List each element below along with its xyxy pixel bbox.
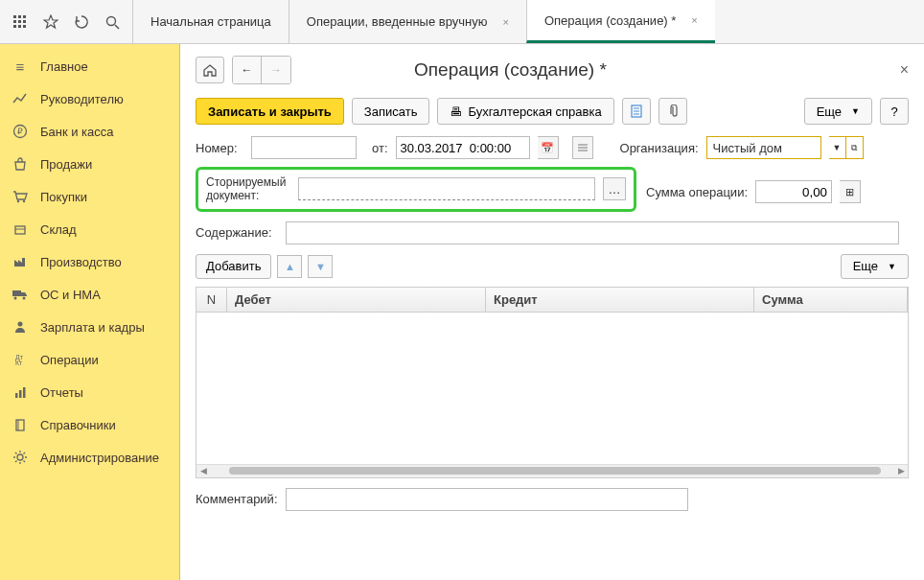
org-open-icon[interactable]: ⧉ xyxy=(846,136,864,159)
sidebar-item-label: Справочники xyxy=(40,418,116,432)
cart-icon xyxy=(12,188,29,205)
date-input[interactable] xyxy=(396,136,530,159)
sidebar-item-salary[interactable]: Зарплата и кадры xyxy=(0,311,179,343)
sum-input[interactable] xyxy=(755,180,832,203)
svg-rect-3 xyxy=(13,20,16,23)
horizontal-scrollbar[interactable]: ◀ ▶ xyxy=(196,464,908,477)
list-icon[interactable] xyxy=(572,136,593,159)
svg-rect-5 xyxy=(23,20,26,23)
sidebar-item-main[interactable]: ≡Главное xyxy=(0,50,179,82)
print-reference-button[interactable]: 🖶Бухгалтерская справка xyxy=(437,98,613,125)
sidebar-item-operations[interactable]: ДтКтОперации xyxy=(0,343,179,376)
sidebar-item-reports[interactable]: Отчеты xyxy=(0,376,179,408)
sidebar-item-label: Покупки xyxy=(40,190,87,204)
move-down-button[interactable]: ▼ xyxy=(308,255,333,278)
tab-close-icon[interactable]: × xyxy=(503,16,509,28)
org-input[interactable]: Чистый дом xyxy=(706,136,821,159)
close-icon[interactable]: × xyxy=(900,61,909,79)
svg-rect-25 xyxy=(23,387,26,398)
sidebar-item-production[interactable]: Производство xyxy=(0,245,179,278)
document-icon-button[interactable] xyxy=(622,98,651,125)
star-icon[interactable] xyxy=(36,8,65,36)
svg-line-36 xyxy=(24,452,26,454)
sidebar-item-label: Отчеты xyxy=(40,385,83,400)
svg-line-33 xyxy=(15,452,17,454)
report-icon xyxy=(12,383,29,401)
topbar-icon-group xyxy=(0,0,132,43)
sidebar-item-bank[interactable]: ₽Банк и касса xyxy=(0,115,179,148)
comment-label: Комментарий: xyxy=(196,492,278,506)
home-button[interactable] xyxy=(196,57,224,83)
svg-rect-0 xyxy=(13,15,16,18)
col-sum[interactable]: Сумма xyxy=(754,288,908,312)
calendar-icon[interactable]: 📅 xyxy=(538,136,559,159)
grid-more-button[interactable]: Еще▼ xyxy=(841,254,909,279)
col-debit[interactable]: Дебет xyxy=(227,288,486,312)
ops-icon: ДтКт xyxy=(12,351,29,368)
comment-input[interactable] xyxy=(286,488,688,511)
svg-rect-7 xyxy=(18,25,21,28)
scroll-thumb[interactable] xyxy=(229,467,881,475)
col-credit[interactable]: Кредит xyxy=(486,288,754,312)
sum-label: Сумма операции: xyxy=(646,185,748,199)
save-button[interactable]: Записать xyxy=(352,98,430,125)
sidebar-item-assets[interactable]: ОС и НМА xyxy=(0,278,179,311)
storno-label: Сторнируемый документ: xyxy=(206,175,290,203)
number-input[interactable] xyxy=(251,136,357,159)
content-input[interactable] xyxy=(286,221,899,244)
content-area: ← → Операция (создание) * × Записать и з… xyxy=(180,44,924,580)
more-button[interactable]: Еще▼ xyxy=(804,98,872,125)
forward-button[interactable]: → xyxy=(262,57,290,83)
storno-pick-button[interactable]: … xyxy=(603,177,626,200)
apps-icon[interactable] xyxy=(6,8,35,36)
from-label: от: xyxy=(372,141,388,155)
col-n[interactable]: N xyxy=(196,288,227,312)
truck-icon xyxy=(12,286,29,303)
top-tab-bar: Начальная страница Операции, введенные в… xyxy=(0,0,924,44)
sidebar-item-sales[interactable]: Продажи xyxy=(0,148,179,180)
entries-grid: N Дебет Кредит Сумма ◀ ▶ xyxy=(196,287,909,478)
svg-rect-15 xyxy=(15,226,25,234)
grid-body[interactable] xyxy=(196,313,908,464)
save-and-close-button[interactable]: Записать и закрыть xyxy=(196,98,344,125)
move-up-button[interactable]: ▲ xyxy=(277,255,302,278)
sidebar-item-label: Зарплата и кадры xyxy=(40,320,145,335)
printer-icon: 🖶 xyxy=(450,104,462,119)
sidebar-item-label: Склад xyxy=(40,222,77,237)
tab-label: Операция (создание) * xyxy=(544,13,676,28)
svg-rect-2 xyxy=(23,15,26,18)
sidebar-item-admin[interactable]: Администрирование xyxy=(0,441,179,474)
svg-point-9 xyxy=(107,16,116,25)
button-label: Еще xyxy=(817,104,842,119)
add-button[interactable]: Добавить xyxy=(196,254,271,279)
attachment-icon-button[interactable] xyxy=(658,98,687,125)
calculator-icon[interactable]: ⊞ xyxy=(840,180,861,203)
history-icon[interactable] xyxy=(67,8,96,36)
search-icon[interactable] xyxy=(98,8,127,36)
sidebar-item-manager[interactable]: Руководителю xyxy=(0,82,179,115)
tab-home[interactable]: Начальная страница xyxy=(132,0,289,43)
svg-point-28 xyxy=(17,454,23,460)
grid-header: N Дебет Кредит Сумма xyxy=(196,288,908,313)
ruble-icon: ₽ xyxy=(12,123,29,140)
scroll-right-icon[interactable]: ▶ xyxy=(894,466,908,476)
org-dropdown-icon[interactable]: ▼ xyxy=(829,136,846,159)
storno-input[interactable] xyxy=(298,177,595,200)
sidebar-item-warehouse[interactable]: Склад xyxy=(0,213,179,245)
sidebar-item-purchases[interactable]: Покупки xyxy=(0,180,179,213)
sidebar-item-label: ОС и НМА xyxy=(40,288,101,302)
svg-rect-8 xyxy=(23,25,26,28)
scroll-left-icon[interactable]: ◀ xyxy=(196,466,210,476)
help-button[interactable]: ? xyxy=(880,98,909,125)
chart-icon xyxy=(12,90,29,107)
svg-rect-17 xyxy=(12,290,21,296)
svg-rect-23 xyxy=(15,393,18,398)
tab-close-icon[interactable]: × xyxy=(691,14,697,26)
back-button[interactable]: ← xyxy=(233,57,262,83)
sidebar-item-label: Банк и касса xyxy=(40,125,114,139)
tab-manual-operations[interactable]: Операции, введенные вручную× xyxy=(289,0,526,43)
tab-operation-create[interactable]: Операция (создание) *× xyxy=(526,0,715,43)
page-title: Операция (создание) * xyxy=(414,59,607,81)
sidebar-item-references[interactable]: Справочники xyxy=(0,408,179,441)
svg-point-20 xyxy=(18,322,23,327)
